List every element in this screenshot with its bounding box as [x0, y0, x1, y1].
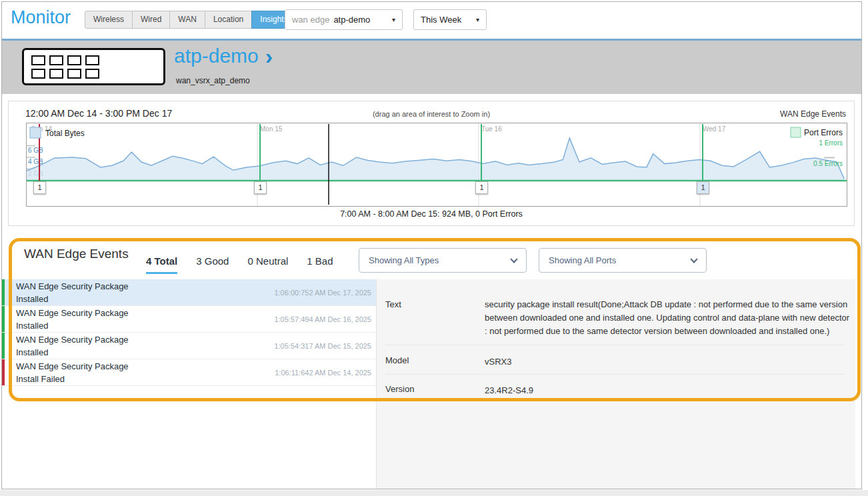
detail-version-value: 23.4R2-S4.9 [485, 384, 851, 397]
event-row[interactable]: WAN Edge Security Package Installed 1:06… [2, 279, 376, 306]
tab-location[interactable]: Location [205, 11, 252, 29]
tab-wireless[interactable]: Wireless [85, 11, 133, 29]
event-title-line2: Installed [16, 346, 129, 359]
status-bar-good [2, 306, 5, 332]
status-bar-good [2, 333, 5, 359]
caret-down-icon: ▾ [392, 16, 395, 23]
device-select-value: atp-demo [333, 15, 370, 25]
event-timestamp: 1:06:00:752 AM Dec 17, 2025 [274, 289, 371, 297]
events-list: WAN Edge Security Package Installed 1:06… [2, 279, 376, 386]
event-detail-pane: Text security package install result(Don… [376, 279, 855, 489]
chart-panel-label: WAN Edge Events [780, 109, 846, 119]
time-period-select[interactable]: This Week ▾ [413, 9, 487, 30]
tab-good[interactable]: 3 Good [196, 255, 229, 274]
event-row[interactable]: WAN Edge Security Package Installed 1:05… [2, 306, 376, 333]
device-select-prefix: wan edge [292, 15, 329, 25]
event-marker[interactable]: 1 [475, 181, 488, 194]
detail-text-label: Text [385, 299, 401, 309]
port-icon [67, 69, 81, 79]
port-icon [85, 69, 99, 79]
tab-wan[interactable]: WAN [169, 11, 205, 29]
detail-divider [385, 374, 845, 375]
event-title-line2: Installed [16, 293, 129, 305]
event-row-text: WAN Edge Security Package Installed [16, 333, 129, 359]
port-icon [31, 69, 45, 79]
device-ports-grid [31, 55, 99, 79]
monitor-page: Monitor Wireless Wired WAN Location Insi… [1, 1, 862, 489]
monitor-tab-group: Wireless Wired WAN Location Insights [85, 11, 297, 29]
event-marker[interactable]: 1 [697, 181, 709, 194]
detail-divider [385, 345, 845, 345]
event-timestamp: 1:05:54:317 AM Dec 15, 2025 [274, 342, 371, 350]
event-timestamp: 1:06:11:642 AM Dec 14, 2025 [275, 369, 371, 377]
tab-neutral[interactable]: 0 Neutral [247, 255, 288, 274]
event-title-line1: WAN Edge Security Package [16, 280, 129, 293]
wan-edge-events-section: WAN Edge Events 4 Total 3 Good 0 Neutral… [2, 237, 861, 489]
device-name: atp-demo [174, 45, 259, 67]
event-row[interactable]: WAN Edge Security Package Install Failed… [2, 359, 376, 386]
detail-model-label: Model [385, 355, 409, 365]
port-icon [49, 55, 63, 65]
event-marker[interactable]: 1 [254, 181, 267, 194]
screen: Monitor Wireless Wired WAN Location Insi… [0, 0, 868, 496]
tab-wired[interactable]: Wired [132, 11, 170, 29]
caret-down-icon: ▾ [476, 16, 479, 23]
page-title: Monitor [11, 7, 71, 28]
wan-edge-device-select[interactable]: wan edge atp-demo ▾ [285, 9, 403, 30]
wan-edge-device-icon [22, 48, 165, 85]
events-filter-tabs: 4 Total 3 Good 0 Neutral 1 Bad [146, 255, 333, 274]
event-types-select[interactable]: Showing All Types [359, 248, 527, 273]
insights-chart-card: 12:00 AM Dec 14 - 3:00 PM Dec 17 (drag a… [8, 101, 855, 226]
tab-bad[interactable]: 1 Bad [307, 255, 333, 274]
detail-model-value: vSRX3 [485, 355, 851, 369]
status-bar-bad [2, 359, 5, 385]
period-select-value: This Week [421, 15, 461, 25]
tab-total[interactable]: 4 Total [146, 255, 177, 274]
device-banner: atp-demo › wan_vsrx_atp_demo [2, 41, 861, 94]
port-icon [85, 55, 99, 65]
status-bar-good [2, 279, 5, 305]
event-ports-select[interactable]: Showing All Ports [539, 248, 707, 273]
detail-text-value: security package install result(Done;Att… [485, 298, 851, 338]
selected-hour-caption: 7:00 AM - 8:00 AM Dec 15: 924 MB, 0 Port… [9, 209, 854, 219]
chevron-down-icon [510, 255, 517, 263]
detail-version-label: Version [385, 384, 414, 394]
event-ports-value: Showing All Ports [549, 255, 616, 265]
event-row[interactable]: WAN Edge Security Package Installed 1:05… [2, 333, 376, 359]
event-title-line2: Installed [16, 319, 129, 332]
wan-edge-events-chart[interactable]: Sun 14Mon 15Tue 16Wed 176 GB4 GB2 GB1 Er… [26, 123, 847, 207]
port-icon [49, 69, 63, 79]
event-title-line1: WAN Edge Security Package [16, 307, 129, 319]
port-icon [67, 55, 81, 65]
events-section-title: WAN Edge Events [24, 247, 129, 261]
device-name-link[interactable]: atp-demo › [174, 45, 273, 67]
chevron-right-icon: › [265, 46, 273, 67]
port-icon [31, 55, 45, 65]
event-markers-layer: 1111 [27, 123, 847, 206]
event-title-line2: Install Failed [16, 373, 129, 385]
event-types-value: Showing All Types [369, 255, 439, 265]
top-header: Monitor Wireless Wired WAN Location Insi… [2, 2, 861, 39]
event-title-line1: WAN Edge Security Package [16, 360, 129, 373]
event-row-text: WAN Edge Security Package Installed [16, 307, 129, 332]
chevron-down-icon [690, 255, 697, 263]
event-row-text: WAN Edge Security Package Installed [16, 280, 129, 305]
window-edge [0, 490, 868, 496]
zoom-hint: (drag an area of interest to Zoom in) [9, 110, 854, 118]
event-row-text: WAN Edge Security Package Install Failed [16, 360, 129, 385]
event-title-line1: WAN Edge Security Package [16, 333, 129, 346]
device-subtitle: wan_vsrx_atp_demo [176, 76, 250, 85]
event-timestamp: 1:05:57:494 AM Dec 16, 2025 [274, 315, 371, 323]
event-marker[interactable]: 1 [33, 181, 46, 194]
